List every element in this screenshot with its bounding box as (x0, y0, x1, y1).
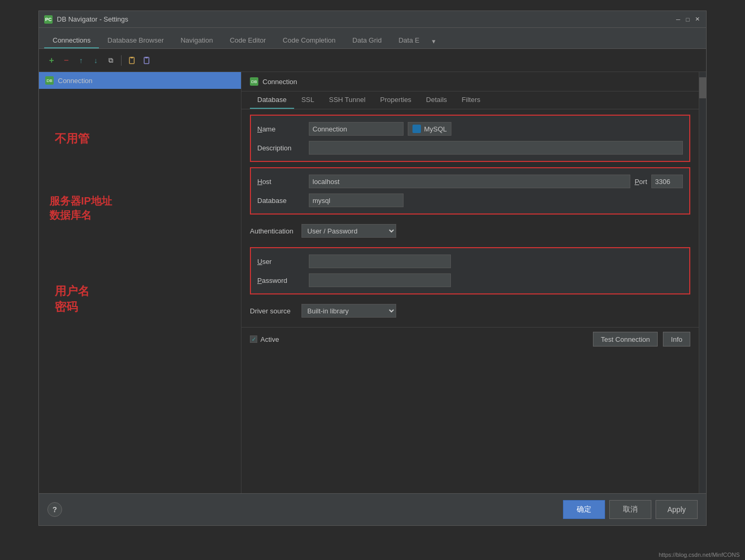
user-label: User (257, 258, 305, 266)
tabs-more-button[interactable]: ▾ (428, 34, 440, 48)
annotation-2: 服务器IP地址 数据库名 (49, 194, 112, 222)
connection-item-icon: DB (45, 76, 54, 85)
tab-code-completion[interactable]: Code Completion (274, 33, 344, 48)
host-input[interactable] (309, 175, 630, 188)
right-scrollbar[interactable] (699, 72, 706, 493)
inner-tab-database[interactable]: Database (250, 91, 294, 109)
user-input[interactable] (309, 254, 451, 268)
inner-tab-ssl[interactable]: SSL (294, 91, 322, 109)
scroll-thumb[interactable] (699, 77, 706, 98)
connection-item-label: Connection (58, 77, 93, 85)
apply-label: Apply (667, 505, 686, 514)
host-row: Host Port (257, 175, 683, 188)
app-icon: PC (44, 15, 53, 24)
remove-connection-button[interactable]: − (60, 54, 73, 67)
tab-code-editor[interactable]: Code Editor (222, 33, 275, 48)
user-row: User (257, 254, 683, 268)
connection-list-item[interactable]: DB Connection (39, 72, 241, 89)
paste1-button[interactable] (126, 54, 138, 67)
right-panel: DB Connection Database SSL SSH Tunnel Pr… (241, 72, 699, 493)
move-up-button[interactable]: ↑ (75, 54, 87, 67)
inner-tab-filters[interactable]: Filters (455, 91, 488, 109)
tab-connections[interactable]: Connections (44, 33, 99, 48)
name-label: Name (257, 125, 305, 133)
help-area: ? (47, 502, 559, 517)
window-title: DB Navigator - Settings (57, 15, 128, 23)
cancel-label: 取消 (623, 505, 638, 513)
db-type-button[interactable]: MySQL (408, 122, 451, 136)
password-row: Password (257, 273, 683, 287)
password-label: Password (257, 277, 305, 284)
annotation-3: 用户名 密码 (55, 283, 89, 315)
paste2-button[interactable] (140, 54, 153, 67)
driver-section: Driver source Built-in library (250, 300, 690, 322)
main-content: DB Connection 不用管 服务器IP地址 数据库名 用户名 密码 (39, 72, 706, 493)
form-area: Name MySQL Description (241, 109, 699, 493)
authentication-section: Authentication User / Password (250, 220, 690, 242)
test-connection-label: Test Connection (601, 335, 650, 343)
description-row: Description (257, 141, 683, 155)
confirm-button[interactable]: 确定 (563, 500, 605, 519)
tab-data-e[interactable]: Data E (390, 33, 428, 48)
driver-row: Driver source Built-in library (250, 304, 690, 318)
database-label: Database (257, 197, 305, 205)
maximize-button[interactable]: □ (684, 16, 691, 23)
panel-header: DB Connection (241, 72, 699, 91)
copy-button[interactable]: ⧉ (104, 54, 117, 67)
info-label: Info (671, 335, 682, 343)
bottom-buttons: ? 确定 取消 Apply (39, 493, 706, 525)
active-label: Active (260, 335, 279, 343)
left-panel: DB Connection 不用管 服务器IP地址 数据库名 用户名 密码 (39, 72, 241, 493)
annotation-1: 不用管 (55, 131, 89, 147)
tab-data-grid[interactable]: Data Grid (344, 33, 390, 48)
port-input[interactable] (651, 175, 683, 188)
help-button[interactable]: ? (47, 502, 62, 517)
inner-tabs: Database SSL SSH Tunnel Properties Detai… (241, 91, 699, 109)
svg-rect-3 (145, 57, 148, 58)
authentication-row: Authentication User / Password (250, 224, 690, 238)
authentication-select[interactable]: User / Password (301, 224, 396, 238)
panel-icon: DB (250, 77, 258, 86)
user-password-section: User Password (250, 247, 690, 294)
password-input[interactable] (309, 273, 451, 287)
add-connection-button[interactable]: + (45, 54, 58, 67)
description-input[interactable] (309, 141, 683, 155)
toolbar: + − ↑ ↓ ⧉ (39, 49, 706, 72)
cancel-button[interactable]: 取消 (609, 500, 651, 519)
info-button[interactable]: Info (663, 332, 690, 347)
driver-source-label: Driver source (250, 307, 297, 315)
description-label: Description (257, 144, 305, 152)
svg-rect-1 (130, 57, 133, 58)
test-connection-button[interactable]: Test Connection (593, 332, 658, 347)
name-row: Name MySQL (257, 122, 683, 136)
active-checkbox[interactable] (250, 335, 257, 343)
close-button[interactable]: ✕ (693, 16, 701, 23)
active-checkbox-wrap[interactable]: Active (250, 335, 279, 343)
apply-button[interactable]: Apply (656, 500, 698, 519)
database-input[interactable] (309, 194, 404, 207)
database-row: Database (257, 194, 683, 207)
inner-tab-ssh-tunnel[interactable]: SSH Tunnel (321, 91, 372, 109)
tab-bar: Connections Database Browser Navigation … (39, 28, 706, 49)
mysql-icon (412, 125, 421, 133)
db-type-label: MySQL (424, 125, 447, 133)
move-down-button[interactable]: ↓ (89, 54, 102, 67)
confirm-label: 确定 (577, 505, 591, 513)
active-test-row: Active Test Connection Info (241, 327, 699, 351)
toolbar-separator (121, 55, 122, 66)
inner-tab-details[interactable]: Details (419, 91, 455, 109)
tab-database-browser[interactable]: Database Browser (99, 33, 172, 48)
name-description-section: Name MySQL Description (250, 115, 690, 162)
inner-tab-properties[interactable]: Properties (373, 91, 419, 109)
name-input[interactable] (309, 122, 404, 136)
driver-source-select[interactable]: Built-in library (301, 304, 396, 318)
host-label: Host (257, 178, 305, 186)
authentication-label: Authentication (250, 227, 297, 235)
host-database-section: Host Port Database (250, 167, 690, 215)
watermark: https://blog.csdn.net/MinfCONS (659, 552, 740, 558)
minimize-button[interactable]: ─ (674, 16, 682, 23)
tab-navigation[interactable]: Navigation (172, 33, 221, 48)
panel-header-label: Connection (263, 78, 297, 86)
port-label: Port (635, 178, 647, 186)
title-bar: PC DB Navigator - Settings ─ □ ✕ (39, 11, 706, 28)
